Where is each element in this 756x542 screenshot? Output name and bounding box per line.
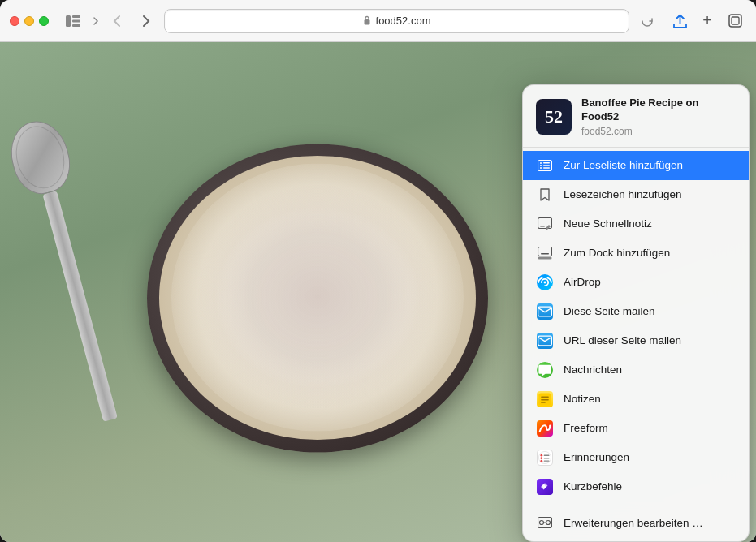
dock-label: Zum Dock hinzufügen bbox=[564, 247, 670, 259]
svg-point-8 bbox=[540, 162, 542, 164]
menu-item-reading-list[interactable]: Zur Leseliste hinzufügen bbox=[523, 151, 749, 180]
quick-note-label: Neue Schnellnotiz bbox=[564, 217, 652, 230]
content-area: 52 Banoffee Pie Recipe on Food52 food52.… bbox=[0, 42, 756, 542]
quick-note-icon bbox=[536, 215, 554, 233]
messages-label: Nachrichten bbox=[564, 363, 622, 376]
svg-rect-24 bbox=[541, 402, 546, 402]
back-button[interactable] bbox=[106, 10, 128, 32]
spoon-head bbox=[3, 115, 77, 200]
close-button[interactable] bbox=[10, 16, 19, 26]
traffic-lights bbox=[10, 16, 49, 26]
menu-item-airdrop[interactable]: AirDrop bbox=[523, 268, 749, 297]
mail-url-icon bbox=[536, 332, 554, 350]
reading-list-icon bbox=[536, 157, 554, 174]
tab-overview-button[interactable] bbox=[724, 10, 746, 32]
maximize-button[interactable] bbox=[39, 16, 49, 26]
svg-rect-5 bbox=[729, 15, 741, 27]
site-info: Banoffee Pie Recipe on Food52 food52.com bbox=[581, 97, 736, 137]
new-tab-button[interactable]: + bbox=[696, 10, 719, 32]
shortcuts-icon bbox=[536, 478, 554, 496]
menu-item-quick-note[interactable]: Neue Schnellnotiz bbox=[523, 209, 749, 239]
messages-icon bbox=[536, 361, 554, 379]
reading-list-label: Zur Leseliste hinzufügen bbox=[564, 159, 683, 171]
cocoa-dusting bbox=[196, 183, 439, 411]
menu-item-shortcuts[interactable]: Kurzbefehle bbox=[523, 472, 749, 501]
airdrop-icon bbox=[536, 273, 554, 291]
extensions-icon bbox=[536, 514, 554, 532]
svg-rect-16 bbox=[538, 247, 552, 256]
extensions-section: Erweiterungen bearbeiten … bbox=[523, 505, 749, 541]
toolbar-right: + bbox=[668, 10, 746, 32]
url-text: food52.com bbox=[376, 15, 431, 27]
toolbar: food52.com + bbox=[0, 0, 756, 42]
sidebar-toggle-button[interactable] bbox=[62, 12, 84, 30]
svg-rect-0 bbox=[66, 15, 71, 27]
mail-page-label: Diese Seite mailen bbox=[564, 305, 655, 317]
svg-point-30 bbox=[540, 460, 542, 462]
site-icon-number: 52 bbox=[545, 106, 563, 127]
svg-rect-6 bbox=[732, 17, 739, 24]
reload-button[interactable] bbox=[636, 10, 659, 32]
svg-point-28 bbox=[540, 457, 542, 459]
menu-item-freeform[interactable]: Freeform bbox=[523, 414, 749, 443]
dropdown-header: 52 Banoffee Pie Recipe on Food52 food52.… bbox=[523, 85, 749, 148]
menu-item-mail-page[interactable]: Diese Seite mailen bbox=[523, 297, 749, 326]
shortcuts-label: Kurzbefehle bbox=[564, 480, 622, 493]
forward-button[interactable] bbox=[135, 10, 158, 32]
notes-label: Notizen bbox=[564, 393, 601, 405]
notes-icon bbox=[536, 390, 554, 408]
menu-item-notes[interactable]: Notizen bbox=[523, 385, 749, 414]
svg-rect-29 bbox=[544, 458, 550, 458]
svg-point-26 bbox=[540, 454, 542, 457]
svg-rect-2 bbox=[72, 19, 80, 22]
menu-item-reminders[interactable]: Erinnerungen bbox=[523, 443, 749, 472]
menu-item-extensions[interactable]: Erweiterungen bearbeiten … bbox=[523, 509, 749, 538]
bookmark-label: Lesezeichen hinzufügen bbox=[564, 188, 682, 200]
svg-rect-17 bbox=[538, 256, 552, 259]
svg-rect-9 bbox=[543, 162, 550, 164]
reminders-icon bbox=[536, 449, 554, 467]
site-icon: 52 bbox=[536, 99, 572, 135]
svg-point-33 bbox=[540, 520, 544, 524]
browser-window: food52.com + bbox=[0, 0, 756, 542]
svg-point-12 bbox=[540, 167, 542, 169]
airdrop-label: AirDrop bbox=[564, 276, 601, 288]
svg-rect-27 bbox=[544, 454, 550, 455]
svg-rect-4 bbox=[364, 19, 369, 25]
svg-rect-23 bbox=[541, 399, 549, 400]
site-url-display: food52.com bbox=[581, 126, 736, 137]
svg-point-10 bbox=[540, 165, 542, 166]
reminders-label: Erinnerungen bbox=[564, 451, 629, 463]
menu-item-dock[interactable]: Zum Dock hinzufügen bbox=[523, 239, 749, 268]
svg-rect-22 bbox=[541, 396, 549, 397]
menu-item-bookmark[interactable]: Lesezeichen hinzufügen bbox=[523, 180, 749, 209]
site-title: Banoffee Pie Recipe on Food52 bbox=[581, 97, 736, 124]
svg-rect-1 bbox=[72, 15, 80, 18]
svg-rect-3 bbox=[72, 24, 80, 27]
freeform-label: Freeform bbox=[564, 422, 608, 434]
menu-item-mail-url[interactable]: URL dieser Seite mailen bbox=[523, 326, 749, 355]
svg-rect-15 bbox=[540, 226, 545, 227]
freeform-icon bbox=[536, 419, 554, 437]
svg-rect-13 bbox=[543, 167, 550, 169]
menu-item-messages[interactable]: Nachrichten bbox=[523, 355, 749, 385]
share-button[interactable] bbox=[668, 10, 691, 32]
sidebar-chevron[interactable] bbox=[93, 16, 99, 26]
bookmark-icon bbox=[536, 186, 554, 204]
menu-items-list: Zur Leseliste hinzufügen Lesezeichen hin… bbox=[523, 148, 749, 505]
share-dropdown: 52 Banoffee Pie Recipe on Food52 food52.… bbox=[522, 84, 750, 542]
svg-rect-18 bbox=[541, 253, 549, 255]
svg-point-34 bbox=[546, 520, 551, 524]
mail-url-label: URL dieser Seite mailen bbox=[564, 334, 681, 346]
svg-rect-31 bbox=[544, 460, 550, 461]
svg-rect-11 bbox=[543, 165, 550, 166]
extensions-label: Erweiterungen bearbeiten … bbox=[564, 517, 703, 529]
minimize-button[interactable] bbox=[24, 16, 34, 26]
dock-icon bbox=[536, 244, 554, 262]
lock-icon bbox=[363, 15, 371, 27]
address-bar[interactable]: food52.com bbox=[164, 9, 629, 33]
mail-page-icon bbox=[536, 303, 554, 320]
